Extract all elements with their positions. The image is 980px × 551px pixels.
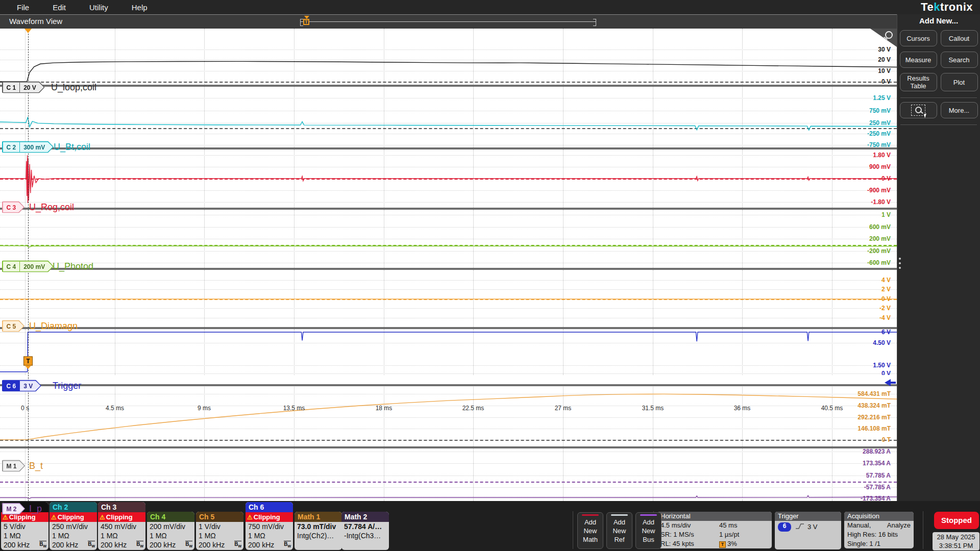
axis-label-C2: 1.25 V xyxy=(873,94,891,102)
channel-card-ch6[interactable]: Ch 6⚠Clipping750 mV/div1 MΩ200 kHzBw xyxy=(246,502,293,550)
channel-card-ch4[interactable]: Ch 4200 mV/div1 MΩ200 kHzBw xyxy=(147,512,194,550)
channel-label-C3: U_Rog,coil xyxy=(29,202,74,213)
channel-card-math2[interactable]: Math 257.784 A/…-Intg(Ch3… xyxy=(341,512,389,550)
channel-badge-C5[interactable]: C 5 xyxy=(2,320,24,332)
slice-separator xyxy=(0,147,897,149)
record-view-bar[interactable] xyxy=(300,21,596,22)
time-axis-label: 0 s xyxy=(21,405,29,412)
tektronix-logo: Tektronix xyxy=(921,1,973,14)
axis-label-C2: -750 mV xyxy=(867,141,891,147)
time-text: 3:38:51 PM xyxy=(933,541,979,550)
channel-card-ch3[interactable]: Ch 3⚠Clipping450 mV/div1 MΩ200 kHzBw xyxy=(98,502,145,550)
trigger-panel[interactable]: Trigger 6 3 V xyxy=(775,512,841,549)
slice-separator xyxy=(0,208,897,210)
trigger-level-arrow[interactable] xyxy=(885,379,896,386)
acq-mode: Manual, xyxy=(847,521,871,530)
axis-label-C5: -2 V xyxy=(879,305,891,312)
axis-label-C1: 20 V xyxy=(878,56,891,63)
trigger-position-icon-small: T xyxy=(719,541,726,548)
sidebar-button-search[interactable]: Search xyxy=(941,52,978,68)
channel-card-row: 250 mV/div xyxy=(50,522,97,531)
right-sidebar: Add New... CursorsCalloutMeasureSearchRe… xyxy=(897,14,980,501)
zoom-select-button[interactable] xyxy=(900,102,937,118)
add-new-ref-button[interactable]: AddNewRef xyxy=(606,512,632,549)
channel-badge-C6[interactable]: C 63 V xyxy=(2,380,41,392)
channel-card-ch5[interactable]: Ch 51 V/div1 MΩ200 kHzBw xyxy=(196,512,243,550)
menu-help[interactable]: Help xyxy=(132,3,148,12)
slice-separator xyxy=(0,327,897,329)
sidebar-button-results-table[interactable]: Results Table xyxy=(900,73,937,91)
channel-card-header: Ch 3 xyxy=(98,502,145,512)
time-axis-label: 40.5 ms xyxy=(821,405,843,412)
sidebar-button-cursors[interactable]: Cursors xyxy=(900,30,937,46)
time-axis-label: 27 ms xyxy=(555,405,572,412)
channel-badge-M2[interactable]: M 2 xyxy=(2,503,25,515)
axis-label-M2: -173.354 A xyxy=(861,495,891,501)
axis-label-C4: -200 mV xyxy=(867,247,891,255)
slice-separator xyxy=(0,384,897,386)
channel-label-C2: U_Bt,coil xyxy=(54,142,90,153)
sidebar-button-callout[interactable]: Callout xyxy=(941,30,978,46)
axis-label-C3: -1.80 V xyxy=(871,198,891,206)
axis-label-C1: 30 V xyxy=(878,46,891,53)
slice-M2: 288.923 A173.354 A57.785 A-57.785 A-173.… xyxy=(0,448,897,501)
channel-badge-M1[interactable]: M 1 xyxy=(2,460,25,472)
slice-C1: 30 V20 V10 V0 V xyxy=(0,29,897,85)
clipping-banner: ⚠Clipping xyxy=(98,512,145,522)
waveform-C1 xyxy=(0,29,897,85)
menu-file[interactable]: File xyxy=(17,3,29,12)
time-axis-label: 18 ms xyxy=(376,405,393,412)
waveform-C4 xyxy=(0,210,897,268)
axis-label-M2: 57.785 A xyxy=(866,472,891,479)
channel-badge-C3[interactable]: C 3 xyxy=(2,202,24,213)
warning-icon: ⚠ xyxy=(51,514,57,521)
sidebar-button-plot[interactable]: Plot xyxy=(941,73,978,91)
waveform-view-titlebar: Waveform View T xyxy=(0,14,897,29)
axis-label-C5: -4 V xyxy=(879,314,891,321)
waveform-M2 xyxy=(0,448,897,501)
clipping-banner: ⚠Clipping xyxy=(50,512,97,522)
acquisition-panel[interactable]: Acquisition Manual, Analyze High Res: 16… xyxy=(844,512,914,548)
warning-icon: ⚠ xyxy=(100,514,105,521)
channel-card-row: 1 MΩ xyxy=(196,531,243,540)
more-button[interactable]: More... xyxy=(941,102,978,118)
channel-badge-C1[interactable]: C 120 V xyxy=(2,82,44,93)
horizontal-row: RL: 45 kptsT3% xyxy=(657,539,772,548)
horizontal-panel[interactable]: Horizontal 4.5 ms/div45 msSR: 1 MS/s1 µs… xyxy=(657,512,772,548)
channel-card-row: 1 MΩ xyxy=(246,531,293,540)
menu-bar: FileEditUtilityHelp xyxy=(0,0,980,14)
channel-badge-C2[interactable]: C 2300 mV xyxy=(2,141,54,153)
trigger-position-icon[interactable]: T xyxy=(303,17,310,25)
acq-analyze: Analyze xyxy=(887,521,911,530)
time-axis-label: 9 ms xyxy=(198,405,211,412)
horizontal-row: 4.5 ms/div45 ms xyxy=(657,521,772,530)
clipping-banner: ⚠Clipping xyxy=(246,512,293,522)
axis-label-C5: 2 V xyxy=(881,286,891,293)
channel-badge-C4[interactable]: C 4200 mV xyxy=(2,261,54,272)
axis-label-C6: 4.50 V xyxy=(873,339,891,346)
channel-card-header: Ch 4 xyxy=(147,512,194,522)
axis-label-C5: 0 V xyxy=(881,295,891,303)
channel-card-row: Intg(Ch2)… xyxy=(295,531,342,540)
trigger-position-marker[interactable] xyxy=(24,29,32,33)
channel-card-header: Ch 2 xyxy=(50,502,97,512)
stopped-button[interactable]: Stopped xyxy=(934,512,979,529)
menu-edit[interactable]: Edit xyxy=(53,3,66,12)
channel-card-ch2[interactable]: Ch 2⚠Clipping250 mV/div1 MΩ200 kHzBw xyxy=(50,502,97,550)
axis-label-M1: 146.108 mT xyxy=(857,425,891,432)
sidebar-button-measure[interactable]: Measure xyxy=(900,52,937,68)
axis-label-M1: 438.324 mT xyxy=(857,402,891,409)
waveform-M1 xyxy=(0,386,897,446)
axis-label-C1: 10 V xyxy=(878,67,891,74)
panel-grip-handle[interactable] xyxy=(899,255,901,271)
channel-card-math1[interactable]: Math 173.0 mT/divIntg(Ch2)… xyxy=(295,512,342,550)
slice-separator xyxy=(0,268,897,270)
axis-label-C3: 1.80 V xyxy=(873,152,891,159)
add-new-math-button[interactable]: AddNewMath xyxy=(577,512,603,549)
trigger-source-marker[interactable]: T xyxy=(23,357,33,369)
channel-card-row: 750 mV/div xyxy=(246,522,293,531)
add-new-bus-button[interactable]: AddNewBus xyxy=(635,512,662,549)
zoom-select-icon xyxy=(911,105,925,116)
channel-label-C1: U_loop,coil xyxy=(51,82,96,93)
menu-utility[interactable]: Utility xyxy=(89,3,108,12)
